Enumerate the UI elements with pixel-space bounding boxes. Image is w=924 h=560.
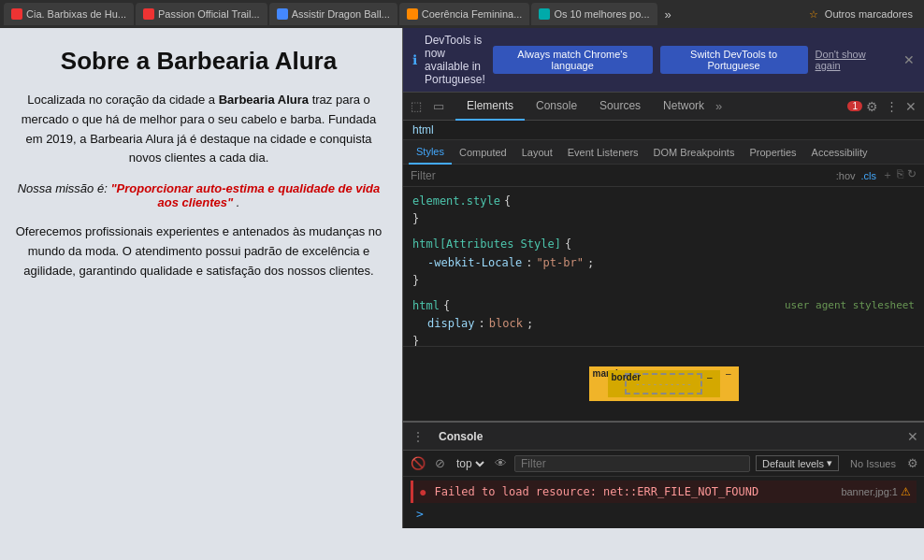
tab-2-label: Passion Official Trail...	[158, 8, 260, 20]
styles-code-area[interactable]: element.style { } html[Attributes Style]…	[403, 187, 924, 346]
console-gear-icon[interactable]: ⚙	[907, 456, 918, 470]
selector-html: html	[412, 297, 440, 315]
brace-close-3: }	[412, 333, 419, 346]
dom-breakpoints-tab[interactable]: DOM Breakpoints	[646, 140, 743, 165]
bookmarks-button[interactable]: ☆ Outros marcadores	[801, 8, 920, 21]
console-clear-icon[interactable]: 🚫	[409, 454, 427, 472]
computed-tab[interactable]: Computed	[452, 140, 514, 165]
tab-elements-label: Elements	[467, 99, 513, 112]
brace-open-1: {	[504, 193, 511, 210]
console-prompt-symbol: >	[416, 507, 424, 521]
tab-console[interactable]: Console	[525, 93, 588, 121]
computed-tab-label: Computed	[459, 147, 507, 158]
console-levels-chevron: ▾	[827, 457, 832, 469]
accessibility-tab[interactable]: Accessibility	[804, 140, 875, 165]
page-description: Oferecemos profissionais experientes e a…	[14, 223, 383, 280]
code-line-7: display : block ;	[412, 315, 915, 333]
code-line-4: -webkit-Locale : "pt-br" ;	[412, 254, 915, 272]
hover-pseudo-button[interactable]: :hov	[836, 170, 856, 181]
console-error-text: Failed to load resource: net::ERR_FILE_N…	[434, 485, 833, 498]
styles-tab[interactable]: Styles	[409, 140, 452, 165]
match-language-button[interactable]: Always match Chrome's language	[493, 46, 653, 74]
colon-1: :	[526, 254, 532, 272]
tab-2[interactable]: Passion Official Trail...	[136, 3, 267, 25]
tab-1-favicon	[11, 8, 22, 20]
switch-language-button[interactable]: Switch DevTools to Portuguese	[660, 46, 808, 74]
tab-3-label: Assistir Dragon Ball...	[292, 8, 390, 20]
devtools-close-icon[interactable]: ✕	[902, 97, 920, 116]
tab-4[interactable]: Coerência Feminina...	[399, 3, 530, 25]
tab-5[interactable]: Os 10 melhores po...	[531, 3, 657, 25]
console-error-warning-icon: ⚠	[901, 485, 911, 498]
console-close-icon[interactable]: ✕	[907, 429, 918, 444]
tab-3[interactable]: Assistir Dragon Ball...	[269, 3, 397, 25]
console-error-link[interactable]: banner.jpg:1 ⚠	[841, 485, 911, 498]
tab-network[interactable]: Network	[652, 93, 715, 121]
devtools-settings-icon[interactable]: ⚙	[862, 97, 882, 116]
rule-html-attr: html[Attributes Style] { -webkit-Locale …	[412, 236, 915, 290]
console-filter-input[interactable]	[514, 455, 750, 472]
layout-tab[interactable]: Layout	[514, 140, 560, 165]
banner-close-icon[interactable]: ✕	[903, 52, 915, 67]
add-style-icon[interactable]: ＋	[882, 167, 893, 183]
box-inner-dash: - - - - - - - - - -	[636, 379, 690, 389]
code-line-8: }	[412, 333, 915, 346]
tab-4-label: Coerência Feminina...	[422, 8, 523, 20]
tab-3-favicon	[277, 8, 288, 20]
user-agent-comment: user agent stylesheet	[785, 297, 915, 315]
bookmark-icon: ☆	[809, 8, 818, 20]
tab-console-label: Console	[536, 99, 577, 112]
styles-filter-input[interactable]	[411, 169, 830, 182]
console-no-issues: No Issues	[845, 458, 902, 469]
tab-network-label: Network	[663, 99, 704, 112]
cls-button[interactable]: .cls	[861, 170, 877, 181]
dont-show-button[interactable]: Don't show again	[816, 49, 888, 71]
val-display: block	[489, 315, 523, 333]
devtools-tab-more[interactable]: »	[715, 99, 722, 113]
semi-2: ;	[527, 315, 533, 333]
event-listeners-tab[interactable]: Event Listeners	[560, 140, 646, 165]
console-error-icon: ●	[419, 484, 426, 499]
colon-2: :	[479, 315, 485, 333]
console-eye-icon[interactable]: 👁	[493, 454, 509, 472]
devtools-left-icons: ⬚ ▭	[407, 97, 448, 115]
tab-more-button[interactable]: »	[659, 7, 677, 22]
page-content: Sobre a Barbearia Alura Localizada no co…	[0, 28, 402, 528]
mobile-icon[interactable]: ▭	[429, 97, 448, 115]
console-prompt[interactable]: >	[411, 503, 917, 524]
tab-elements[interactable]: Elements	[455, 93, 525, 121]
devtools-more-icon[interactable]: ⋮	[882, 97, 902, 115]
box-border-dash: –	[707, 372, 713, 382]
console-drag-icon[interactable]: ⋮	[409, 428, 427, 445]
devtools-body: html Styles Computed Layout Event Listen…	[403, 121, 924, 421]
brace-open-2: {	[565, 236, 571, 253]
tab-2-favicon	[143, 8, 154, 20]
console-content: ● Failed to load resource: net::ERR_FILE…	[403, 477, 924, 528]
console-toolbar: 🚫 ⊘ top 👁 Default levels ▾ No Issues ⚙	[403, 451, 924, 477]
cursor-icon[interactable]: ⬚	[407, 97, 426, 115]
devtools-panel: ℹ DevTools is now available in Portugues…	[402, 28, 924, 528]
page-intro: Localizada no coração da cidade a Barbea…	[14, 91, 383, 168]
banner-text: DevTools is now available in Portuguese!	[425, 34, 485, 86]
dom-breakpoints-tab-label: DOM Breakpoints	[654, 147, 735, 158]
selector-element-style: element.style	[412, 193, 500, 210]
html-tag: html	[412, 123, 434, 136]
properties-tab[interactable]: Properties	[742, 140, 803, 165]
code-line-6: html { user agent stylesheet	[412, 297, 915, 315]
tab-bar: Cia. Barbixas de Hu... Passion Official …	[0, 0, 924, 28]
copy-style-icon[interactable]: ⎘	[897, 167, 903, 183]
val-webkit-locale: "pt-br"	[536, 254, 584, 272]
refresh-style-icon[interactable]: ↻	[907, 167, 917, 183]
properties-tab-label: Properties	[749, 147, 796, 158]
console-levels-select[interactable]: Default levels ▾	[756, 455, 839, 471]
tab-4-favicon	[407, 8, 418, 20]
tab-sources-label: Sources	[599, 99, 641, 112]
brace-open-3: {	[443, 297, 450, 315]
box-model-container: margin – border – - - - - - - - - - -	[403, 346, 924, 421]
console-context-select[interactable]: top	[453, 456, 487, 471]
console-filter-icon[interactable]: ⊘	[433, 454, 447, 472]
code-line-5: }	[412, 272, 915, 290]
code-line-1: element.style {	[412, 193, 915, 210]
tab-sources[interactable]: Sources	[588, 93, 652, 121]
tab-1[interactable]: Cia. Barbixas de Hu...	[4, 3, 134, 25]
